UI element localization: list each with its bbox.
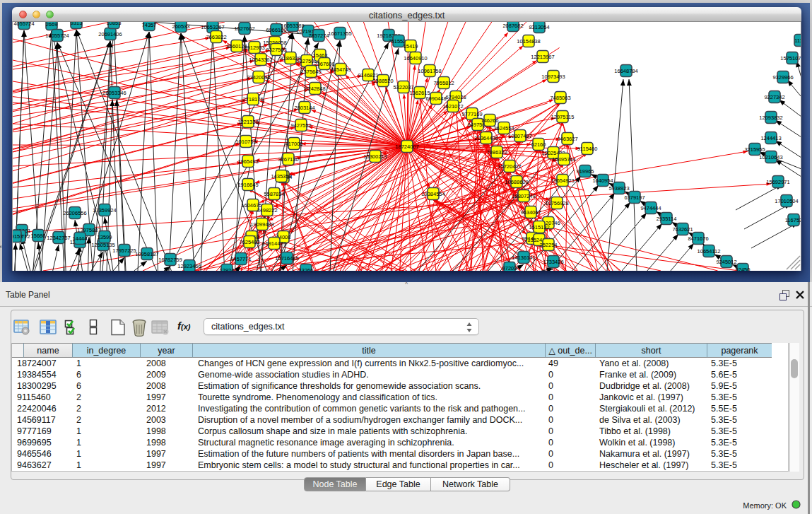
- svg-text:12924: 12924: [220, 267, 235, 271]
- svg-text:10961758: 10961758: [418, 68, 441, 74]
- svg-text:92450: 92450: [736, 267, 751, 271]
- svg-text:14055724: 14055724: [45, 33, 69, 39]
- svg-text:5587834: 5587834: [264, 191, 284, 197]
- svg-text:8454749: 8454749: [330, 66, 351, 73]
- svg-text:4055724: 4055724: [13, 22, 34, 27]
- svg-text:10756928: 10756928: [545, 200, 568, 206]
- svg-text:9115460: 9115460: [577, 146, 598, 152]
- svg-text:15419: 15419: [404, 43, 418, 49]
- svg-text:14444: 14444: [73, 235, 88, 242]
- svg-text:1112: 1112: [794, 37, 801, 44]
- svg-text:2669: 2669: [46, 22, 58, 28]
- svg-text:19099489: 19099489: [250, 221, 273, 228]
- svg-text:15720407: 15720407: [498, 163, 521, 170]
- svg-text:20364436: 20364436: [474, 135, 498, 141]
- svg-text:12213967: 12213967: [531, 54, 554, 60]
- svg-text:7625402: 7625402: [239, 239, 259, 245]
- svg-text:17957225: 17957225: [112, 247, 136, 254]
- svg-text:9634067: 9634067: [520, 209, 541, 216]
- svg-text:39157: 39157: [13, 233, 23, 240]
- svg-text:10688609: 10688609: [505, 179, 528, 185]
- svg-text:10973493: 10973493: [541, 74, 565, 80]
- svg-text:2718176: 2718176: [242, 96, 263, 103]
- svg-text:10210643: 10210643: [759, 154, 782, 160]
- svg-text:14136141: 14136141: [512, 255, 535, 261]
- svg-text:12342737: 12342737: [47, 235, 70, 241]
- svg-text:16671355: 16671355: [328, 30, 351, 37]
- svg-text:1588520: 1588520: [372, 78, 393, 84]
- svg-text:7485063: 7485063: [550, 95, 570, 101]
- svg-text:919965: 919965: [576, 168, 594, 175]
- svg-text:1527602: 1527602: [234, 25, 254, 32]
- svg-text:10853: 10853: [107, 22, 122, 26]
- svg-text:417006: 417006: [285, 141, 302, 147]
- svg-text:15495764: 15495764: [552, 156, 575, 163]
- svg-text:19654923: 19654923: [551, 177, 574, 184]
- svg-text:8313054: 8313054: [529, 24, 549, 30]
- svg-text:1244413: 1244413: [760, 135, 781, 141]
- svg-text:12975115: 12975115: [551, 114, 575, 120]
- svg-text:9245012: 9245012: [716, 259, 736, 265]
- svg-text:2803144: 2803144: [294, 105, 314, 111]
- svg-text:10653267: 10653267: [201, 24, 224, 30]
- svg-text:2087682: 2087682: [502, 23, 523, 29]
- svg-text:1375645: 1375645: [300, 69, 321, 75]
- svg-text:7663822: 7663822: [206, 34, 226, 40]
- svg-text:13599: 13599: [98, 234, 112, 240]
- svg-text:26206556: 26206556: [63, 210, 86, 216]
- svg-text:17010504: 17010504: [775, 198, 798, 204]
- svg-text:12923466: 12923466: [177, 263, 201, 269]
- svg-text:260533: 260533: [172, 23, 189, 30]
- svg-text:15300213: 15300213: [363, 153, 387, 160]
- svg-text:74357: 74357: [142, 22, 157, 28]
- svg-text:2935114: 2935114: [657, 216, 677, 222]
- svg-text:1916645: 1916645: [237, 182, 258, 188]
- svg-text:19384554: 19384554: [421, 191, 445, 197]
- svg-text:43266: 43266: [299, 267, 314, 271]
- svg-text:8471676: 8471676: [688, 235, 708, 242]
- svg-text:16782759: 16782759: [158, 257, 182, 263]
- svg-text:116753: 116753: [785, 217, 801, 223]
- svg-text:1435359: 1435359: [271, 173, 291, 180]
- svg-text:18807249: 18807249: [512, 193, 535, 199]
- svg-text:23420046: 23420046: [247, 74, 270, 81]
- svg-text:20691406: 20691406: [98, 31, 122, 37]
- svg-text:5938923: 5938923: [608, 185, 629, 192]
- svg-text:8912953: 8912953: [244, 45, 264, 51]
- svg-text:17359924: 17359924: [93, 207, 116, 214]
- svg-text:252254: 252254: [539, 242, 557, 248]
- svg-text:10807487: 10807487: [508, 133, 531, 139]
- svg-text:16053389: 16053389: [281, 23, 304, 29]
- svg-text:9463627: 9463627: [557, 136, 577, 142]
- svg-text:7632621: 7632621: [672, 226, 693, 233]
- svg-text:9777169: 9777169: [461, 111, 482, 117]
- svg-text:9313: 9313: [71, 22, 83, 26]
- svg-text:15692971: 15692971: [766, 179, 789, 185]
- svg-text:9327503: 9327503: [266, 47, 286, 53]
- svg-text:10154838: 10154838: [517, 38, 540, 45]
- svg-text:1010753: 1010753: [235, 139, 256, 145]
- svg-text:6794028: 6794028: [445, 94, 466, 100]
- svg-text:9227342: 9227342: [764, 94, 784, 100]
- svg-text:16648784: 16648784: [614, 68, 637, 74]
- svg-text:15686: 15686: [31, 233, 46, 239]
- svg-text:1733426: 1733426: [543, 259, 563, 265]
- svg-text:10958187: 10958187: [135, 251, 158, 257]
- svg-text:9474444: 9474444: [640, 205, 661, 211]
- svg-text:9242848: 9242848: [305, 86, 325, 92]
- svg-text:26053346: 26053346: [102, 90, 126, 96]
- svg-text:16640910: 16640910: [404, 55, 427, 62]
- svg-text:12093832: 12093832: [759, 115, 782, 121]
- svg-text:3624554: 3624554: [493, 125, 514, 132]
- svg-text:15751074: 15751074: [780, 55, 801, 62]
- svg-text:10543362: 10543362: [249, 57, 272, 63]
- svg-text:1640954: 1640954: [592, 177, 613, 184]
- svg-text:7955812: 7955812: [433, 80, 454, 86]
- svg-text:1615132: 1615132: [529, 224, 549, 230]
- svg-text:1221338: 1221338: [237, 119, 258, 125]
- svg-text:746266: 746266: [481, 117, 498, 124]
- svg-text:9427552: 9427552: [290, 122, 311, 129]
- svg-text:1965493: 1965493: [237, 158, 258, 165]
- svg-text:97203: 97203: [502, 265, 517, 271]
- svg-text:9329966: 9329966: [772, 74, 793, 81]
